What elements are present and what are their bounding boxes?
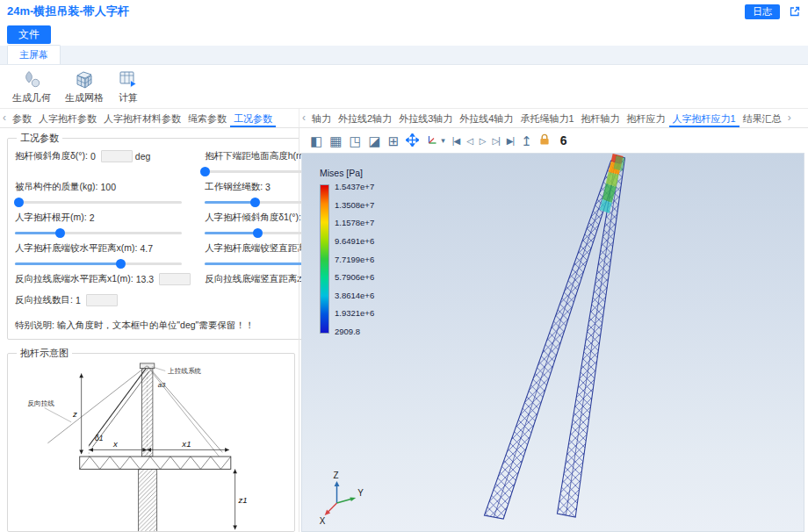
dim-x1-label: x1 [181,439,191,449]
app-window: 24m-横担吊装-带人字杆 日志 文件 主屏幕 生成几何 生成网格 [0,0,808,532]
ribbon-item-label: 生成网格 [65,91,104,104]
field-value: 0 [90,151,96,162]
frame-number: 6 [560,133,567,147]
ribbon-toolbar: 生成几何 生成网格 计算 [0,65,808,109]
dim-z-label: z [72,409,77,419]
dim-a3-label: a3 [158,381,166,389]
reverse-guy-x1-input[interactable] [159,273,191,285]
dim-x-label: x [112,439,119,449]
field-label: 抱杆倾斜角度δ(°): [15,150,88,162]
mesh-display-icon[interactable]: ▦ [329,134,342,147]
tab-pole-axial[interactable]: 抱杆轴力 [578,109,624,127]
axes-triad: Z Y X [320,471,364,526]
load-mass-slider[interactable] [15,196,182,208]
ribbon-item-label: 生成几何 [12,91,51,104]
first-frame-icon[interactable]: |◀ [452,136,459,146]
content: 工况参数 抱杆倾斜角度δ(°): 0 deg 抱杆下端距地面高度h(m): [0,128,808,532]
page-title: 24m-横担吊装-带人字杆 [7,4,129,19]
lock-icon[interactable] [539,133,550,147]
tab-gin-pole-params[interactable]: 人字抱杆参数 [35,109,100,127]
field-load-mass: 被吊构件的质量(kg): 100 [15,177,191,208]
menubar: 文件 [0,23,808,46]
tab-gin-pole-stress1[interactable]: 人字抱杆应力1 [669,109,739,127]
mesh-icon [74,69,95,90]
tab-rope-params[interactable]: 绳索参数 [184,109,230,127]
compute-icon [118,69,139,90]
tab-gin-pole-material-params[interactable]: 人字抱杆材料参数 [100,109,184,127]
param-tab-strip: ‹ 参数 人字抱杆参数 人字抱杆材料参数 绳索参数 工况参数 [0,109,299,127]
field-gin-pole-spread: 人字抱杆根开(m): 2 [15,208,191,239]
compute-button[interactable]: 计算 [112,67,144,107]
gin-pole-model: Z Y X [302,154,804,531]
probe-icon[interactable]: ◳ [349,134,361,147]
viewport-panel: ◧ ▦ ◳ ◪ ⊞ ▾ |◀ ◁ ▷ ▷| ▶| ↥ [299,128,808,532]
tab-main-screen[interactable]: 主屏幕 [7,45,61,64]
export-animation-icon[interactable]: ↥ [521,134,532,147]
axis-x-label: X [320,516,326,526]
tab-condition-params[interactable]: 工况参数 [230,109,276,127]
field-unit: deg [135,151,151,162]
prev-frame-icon[interactable]: ◁ [466,136,473,146]
fit-view-icon[interactable] [406,133,419,148]
tab-pole-stress[interactable]: 抱杆应力 [624,109,669,127]
play-icon[interactable]: ▷ [480,136,486,146]
param-tabs-scroll-left-icon[interactable]: ‹ [0,109,9,127]
pick-axis-dropdown-icon[interactable]: ▾ [441,136,445,145]
field-label: 反向拉线数目: [15,294,73,306]
viewport-toolbar: ◧ ▦ ◳ ◪ ⊞ ▾ |◀ ◁ ▷ ▷| ▶| ↥ [299,128,808,153]
field-label: 人字抱杆底端铰水平距离x(m): [15,242,137,255]
geometry-icon [21,69,42,90]
generate-geometry-button[interactable]: 生成几何 [7,67,56,107]
next-frame-icon[interactable]: ▷| [493,136,500,146]
last-frame-icon[interactable]: ▶| [507,136,514,146]
field-label: 工作钢丝绳数: [205,181,263,193]
tab-guy2-axial[interactable]: 外拉线2轴力 [335,109,395,127]
dim-delta1-label: δ1 [95,434,104,442]
header: 24m-横担吊装-带人字杆 日志 [0,0,808,23]
field-reverse-guy-x1: 反向拉线底端水平距离x1(m): 13.3 [15,270,191,291]
field-reverse-guy-count: 反向拉线数目: 1 [15,291,191,312]
result-tabs-scroll-right-icon[interactable]: › [785,109,794,127]
gin-pole-spread-slider[interactable] [15,226,182,239]
tabs-row: ‹ 参数 人字抱杆参数 人字抱杆材料参数 绳索参数 工况参数 ‹ 轴力 外拉线2… [0,109,808,128]
ribbon-item-label: 计算 [119,91,138,104]
field-value: 2 [90,212,95,223]
screen-tab-strip: 主屏幕 [0,46,808,65]
pole-tilt-angle-input[interactable] [101,150,133,162]
generate-mesh-button[interactable]: 生成网格 [60,67,109,107]
tab-guy3-axial[interactable]: 外拉线3轴力 [395,109,456,127]
tab-axial-force[interactable]: 轴力 [308,109,335,127]
reverse-guy-count-input[interactable] [86,294,118,306]
open-external-icon[interactable] [789,5,801,18]
top-guy-system-label: 上拉线系统 [168,367,202,375]
schematic-group-title: 抱杆示意图 [17,347,72,360]
split-view-icon[interactable]: ◧ [310,134,322,147]
display-mode-icon[interactable]: ⊞ [388,134,400,147]
tab-guy4-axial[interactable]: 外拉线4轴力 [456,109,516,127]
file-menu-button[interactable]: 文件 [7,25,51,44]
axis-z-label: Z [334,471,339,480]
field-pole-tilt-angle: 抱杆倾斜角度δ(°): 0 deg [15,147,191,177]
tab-params[interactable]: 参数 [9,109,35,127]
field-label: 人字抱杆倾斜角度δ1(°): [205,212,301,224]
condition-panel: 工况参数 抱杆倾斜角度δ(°): 0 deg 抱杆下端距地面高度h(m): [0,128,299,532]
result-tabs-scroll-left-icon[interactable]: ‹ [299,109,308,127]
section-view-icon[interactable]: ◪ [369,134,381,147]
tab-support-rope-axial1[interactable]: 承托绳轴力1 [516,109,577,127]
log-button[interactable]: 日志 [745,4,780,19]
gin-pole-x-slider[interactable] [15,257,182,270]
tab-result-summary[interactable]: 结果汇总 [739,109,785,127]
axis-y-label: Y [357,488,364,498]
field-label: 人字抱杆根开(m): [15,212,87,224]
field-value: 1 [76,295,81,306]
field-gin-pole-x: 人字抱杆底端铰水平距离x(m): 4.7 [15,239,191,270]
schematic-groupbox: 抱杆示意图 [7,347,295,532]
pick-axis-icon[interactable] [426,133,438,147]
pole-schematic-drawing: z x x1 z1 δ1 a3 上拉线系统 反向拉线 [15,362,287,532]
field-value: 3 [265,182,271,192]
viewport-3d[interactable]: Mises [Pa] 1.5437e+7 1.3508e+7 1.1578e+7… [301,153,804,532]
dim-z1-label: z1 [237,495,247,505]
field-value: 4.7 [140,243,153,254]
field-value: 100 [101,182,117,192]
field-label: 被吊构件的质量(kg): [15,181,98,193]
